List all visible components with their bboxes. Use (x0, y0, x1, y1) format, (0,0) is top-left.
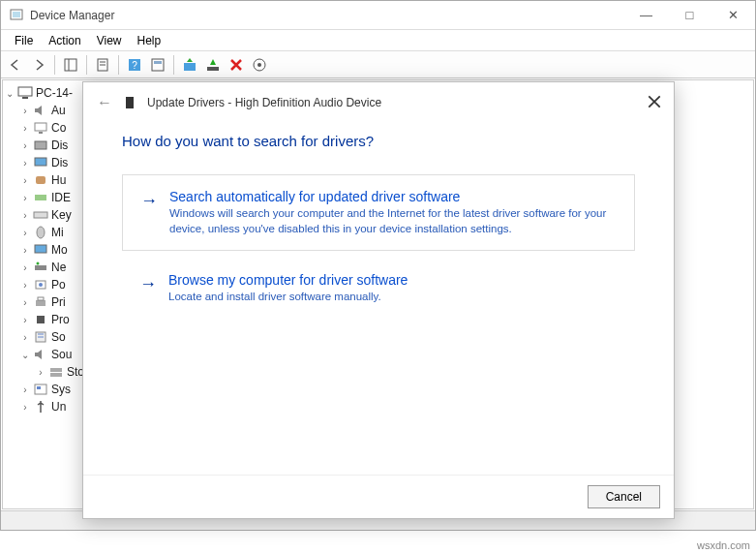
scan-button[interactable] (147, 54, 168, 76)
maximize-button[interactable]: □ (668, 1, 711, 29)
update-driver-button[interactable] (179, 54, 200, 76)
disable-button[interactable] (226, 54, 247, 76)
arrow-right-icon: → (140, 189, 158, 236)
keyboard-icon (33, 208, 48, 222)
expand-icon[interactable]: › (20, 123, 30, 134)
svg-rect-38 (126, 97, 134, 108)
svg-point-29 (39, 283, 43, 287)
toolbar: ? (1, 51, 755, 78)
tree-node-label: Mo (51, 243, 68, 257)
expand-icon[interactable]: › (20, 228, 30, 238)
expand-icon[interactable]: › (20, 332, 30, 343)
help-button[interactable]: ? (124, 54, 145, 76)
monitor-icon (33, 156, 48, 169)
svg-rect-15 (18, 87, 32, 96)
expand-icon[interactable]: › (20, 175, 30, 186)
svg-rect-31 (38, 297, 44, 300)
expand-icon[interactable]: › (20, 297, 30, 308)
svg-rect-16 (22, 97, 28, 99)
dialog-close-button[interactable] (647, 94, 662, 109)
option-search-automatically[interactable]: → Search automatically for updated drive… (122, 174, 635, 251)
watermark: wsxdn.com (697, 539, 750, 551)
svg-rect-10 (154, 61, 162, 64)
collapse-icon[interactable]: ⌄ (5, 88, 15, 99)
tree-root-label: PC-14- (36, 86, 73, 100)
uninstall-button[interactable] (202, 54, 224, 76)
software-icon (33, 330, 48, 344)
cancel-button[interactable]: Cancel (588, 485, 660, 508)
tree-node-label: Sys (51, 383, 71, 396)
option-browse-computer[interactable]: → Browse my computer for driver software… (122, 272, 635, 319)
arrow-right-icon: → (139, 272, 157, 305)
svg-rect-19 (35, 141, 46, 149)
tree-node-label: IDE (51, 191, 71, 204)
svg-rect-23 (34, 212, 47, 218)
toolbar-separator (86, 55, 87, 75)
window-controls: — □ ✕ (624, 1, 755, 29)
scan-hardware-button[interactable] (249, 54, 270, 76)
menu-action[interactable]: Action (41, 32, 88, 49)
tree-node-label: Sou (51, 348, 72, 361)
svg-rect-35 (50, 373, 62, 377)
option-title: Search automatically for updated driver … (169, 189, 619, 204)
expand-icon[interactable]: › (20, 210, 30, 221)
dialog-title: Update Drivers - High Definition Audio D… (147, 96, 381, 109)
usb-icon (33, 400, 48, 414)
option-description: Locate and install driver software manua… (168, 290, 408, 305)
svg-rect-26 (35, 265, 46, 270)
tree-node-label: Pro (51, 313, 70, 326)
svg-point-27 (37, 262, 40, 265)
menu-file[interactable]: File (7, 32, 41, 49)
expand-icon[interactable]: › (20, 402, 30, 413)
svg-rect-34 (50, 368, 62, 372)
expand-icon[interactable]: › (20, 384, 30, 395)
expand-icon[interactable]: › (20, 193, 30, 203)
menu-help[interactable]: Help (130, 32, 169, 49)
svg-rect-21 (36, 176, 45, 184)
svg-rect-12 (207, 67, 219, 71)
expand-icon[interactable]: › (20, 140, 30, 151)
close-button[interactable]: ✕ (711, 1, 755, 29)
expand-icon[interactable]: › (20, 245, 30, 256)
svg-rect-17 (35, 123, 46, 131)
expand-icon[interactable]: › (20, 280, 30, 291)
hid-icon (33, 173, 48, 187)
tree-node-label: Po (51, 278, 66, 292)
window-title: Device Manager (30, 9, 624, 22)
expand-icon[interactable]: › (20, 262, 30, 273)
svg-point-14 (257, 63, 261, 67)
expand-icon[interactable]: › (36, 367, 45, 378)
menu-view[interactable]: View (89, 32, 130, 49)
expand-icon[interactable]: › (20, 315, 30, 325)
dialog-back-button[interactable]: ← (97, 94, 112, 111)
tree-node-label: Key (51, 208, 72, 222)
svg-rect-9 (152, 59, 164, 71)
svg-rect-32 (37, 316, 45, 323)
forward-button[interactable] (28, 54, 49, 76)
svg-rect-25 (35, 245, 46, 253)
toolbar-separator (118, 55, 119, 75)
svg-rect-37 (37, 386, 41, 389)
expand-icon[interactable]: › (20, 158, 30, 169)
monitor-icon (33, 243, 48, 257)
svg-text:?: ? (132, 60, 137, 71)
tree-node-label: Co (51, 121, 66, 135)
back-button[interactable] (5, 54, 26, 76)
titlebar: Device Manager — □ ✕ (1, 1, 755, 30)
collapse-icon[interactable]: ⌄ (20, 350, 30, 360)
svg-rect-18 (39, 132, 43, 134)
tree-node-label: Un (51, 400, 66, 414)
tree-node-label: Dis (51, 138, 68, 152)
minimize-button[interactable]: — (624, 1, 668, 29)
show-hide-tree-button[interactable] (60, 54, 81, 76)
dialog-header: ← Update Drivers - High Definition Audio… (83, 82, 674, 115)
dialog-footer: Cancel (83, 475, 674, 518)
svg-rect-22 (35, 195, 46, 200)
expand-icon[interactable]: › (20, 106, 30, 116)
port-icon (33, 278, 48, 292)
tree-node-label: Pri (51, 295, 66, 309)
ide-icon (33, 191, 48, 204)
mouse-icon (33, 226, 48, 239)
properties-button[interactable] (92, 54, 113, 76)
computer-icon (33, 121, 48, 135)
